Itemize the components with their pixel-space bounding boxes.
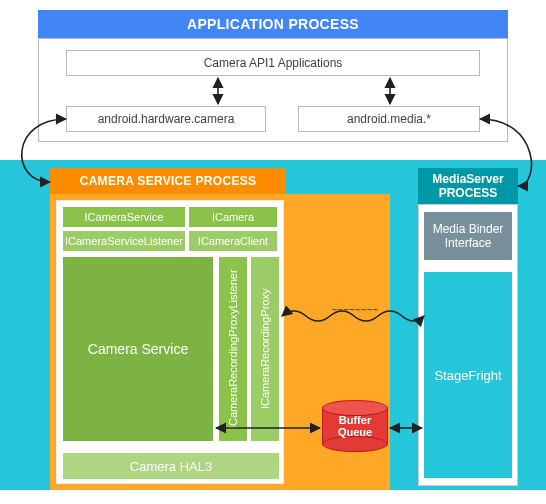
arrows-layer xyxy=(20,10,546,504)
buffer-queue-label: Buffer Queue xyxy=(322,414,388,438)
